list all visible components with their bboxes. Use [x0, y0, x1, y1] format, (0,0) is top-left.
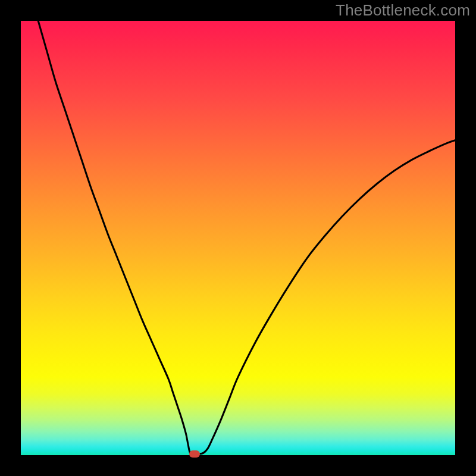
watermark-text: TheBottleneck.com	[336, 1, 470, 20]
bottleneck-curve	[38, 21, 455, 454]
optimum-marker	[189, 450, 200, 458]
plot-area	[21, 21, 455, 455]
chart-frame: TheBottleneck.com	[0, 0, 476, 476]
curve-svg	[21, 21, 455, 455]
